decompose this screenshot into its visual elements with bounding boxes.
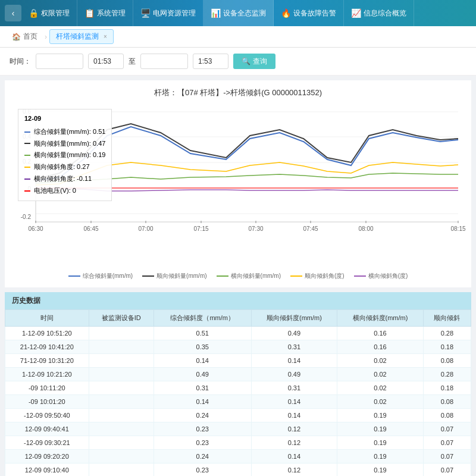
legend-dot-1	[24, 143, 30, 144]
table-cell-6-0: -12-09 09:50:40	[5, 409, 89, 422]
close-tab-button[interactable]: ×	[104, 33, 107, 40]
time-to-input[interactable]	[193, 54, 228, 69]
legend-label-0: 综合倾斜量(mm/m): 0.51	[34, 126, 105, 138]
table-cell-4-5: 0.18	[423, 381, 471, 395]
table-cell-5-0: -09 10:01:20	[5, 395, 89, 409]
nav-back-button[interactable]: ‹	[5, 5, 21, 21]
table-cell-1-1	[89, 340, 154, 354]
svg-text:08:15: 08:15	[450, 226, 465, 232]
search-button[interactable]: 🔍 查询	[233, 54, 275, 69]
table-cell-6-3: 0.14	[251, 409, 337, 422]
chart-section: 杆塔：【07# 杆塔】->杆塔倾斜(G 00000011352) 12-09 综…	[5, 80, 471, 287]
table-row: -09 10:01:200.140.140.020.08	[5, 395, 471, 409]
nav-label-fault: 设备故障告警	[293, 8, 336, 18]
table-row: -12-09 09:50:400.240.140.190.08	[5, 409, 471, 422]
info-icon: 📈	[351, 8, 361, 18]
svg-text:06:45: 06:45	[83, 226, 98, 232]
nav-item-info[interactable]: 📈 信息综合概览	[344, 0, 414, 26]
table-row: 12-09 09:10:400.230.120.190.07	[5, 464, 471, 477]
chart-title: 杆塔：【07# 杆塔】->杆塔倾斜(G 00000011352)	[12, 87, 464, 98]
table-cell-5-2: 0.14	[154, 395, 251, 409]
filter-bar: 时间： 至 🔍 查询	[0, 48, 476, 76]
table-cell-10-5: 0.07	[423, 464, 471, 477]
col-header-id: 被监测设备ID	[89, 310, 154, 327]
table-cell-4-2: 0.31	[154, 381, 251, 395]
nav-item-fault[interactable]: 🔥 设备故障告警	[274, 0, 344, 26]
table-cell-1-2: 0.35	[154, 340, 251, 354]
legend-item-0: 综合倾斜量(mm/m): 0.51	[24, 126, 105, 138]
legend-label-5: 电池电压(V): 0	[34, 185, 76, 197]
table-cell-2-0: 71-12-09 10:31:20	[5, 354, 89, 368]
home-icon: 🏠	[12, 33, 21, 41]
table-cell-0-2: 0.51	[154, 327, 251, 340]
legend-item-2: 横向倾斜量(mm/m): 0.19	[24, 149, 105, 161]
table-cell-3-4: 0.02	[337, 368, 424, 381]
table-cell-2-4: 0.02	[337, 354, 424, 368]
table-cell-5-5: 0.08	[423, 395, 471, 409]
table-cell-9-2: 0.24	[154, 450, 251, 464]
table-header-row: 时间 被监测设备ID 综合倾斜度（mm/m） 顺向倾斜度(mm/m) 横向倾斜度…	[5, 310, 471, 327]
chart-bottom-legend: 综合倾斜量(mm/m) 顺向倾斜量(mm/m) 横向倾斜量(mm/m) 顺向倾斜…	[12, 272, 464, 280]
legend-item-5: 电池电压(V): 0	[24, 185, 105, 197]
table-cell-4-4: 0.02	[337, 381, 424, 395]
table-cell-0-5: 0.28	[423, 327, 471, 340]
time-from-input[interactable]	[88, 54, 124, 69]
legend-dot-5	[24, 190, 30, 192]
legend-label-4: 横向倾斜角度: -0.11	[34, 173, 92, 185]
chart-wrapper: 12-09 综合倾斜量(mm/m): 0.51 顺向倾斜量(mm/m): 0.4…	[12, 103, 464, 270]
table-cell-6-4: 0.19	[337, 409, 424, 422]
nav-label-sys: 系统管理	[97, 8, 126, 18]
search-icon: 🔍	[242, 57, 250, 65]
device-icon: 📊	[211, 8, 221, 18]
data-section: 历史数据 时间 被监测设备ID 综合倾斜度（mm/m） 顺向倾斜度(mm/m) …	[5, 292, 471, 476]
table-cell-4-3: 0.31	[251, 381, 337, 395]
table-row: -12-09 09:30:210.230.120.190.07	[5, 436, 471, 450]
col-header-total: 综合倾斜度（mm/m）	[154, 310, 251, 327]
time-filter-label: 时间：	[10, 57, 31, 67]
table-cell-9-0: 12-09 09:20:20	[5, 450, 89, 464]
table-cell-6-5: 0.08	[423, 409, 471, 422]
table-cell-9-4: 0.19	[337, 450, 424, 464]
table-cell-6-2: 0.24	[154, 409, 251, 422]
table-cell-2-1	[89, 354, 154, 368]
nav-item-grid[interactable]: 🖥️ 电网资源管理	[133, 0, 203, 26]
separator-label: 至	[129, 57, 136, 67]
breadcrumb-home[interactable]: 🏠 首页	[7, 29, 42, 44]
nav-label-auth: 权限管理	[41, 8, 70, 18]
table-cell-10-1	[89, 464, 154, 477]
bottom-legend-line-4	[354, 275, 366, 277]
svg-text:08:00: 08:00	[358, 226, 373, 232]
table-cell-6-1	[89, 409, 154, 422]
legend-dot-0	[24, 131, 30, 133]
table-cell-7-2: 0.23	[154, 422, 251, 436]
sys-icon: 📋	[84, 8, 95, 18]
grid-icon: 🖥️	[140, 8, 151, 18]
table-cell-2-5: 0.08	[423, 354, 471, 368]
table-cell-3-3: 0.49	[251, 368, 337, 381]
fault-icon: 🔥	[281, 8, 291, 18]
breadcrumb-tab-label: 杆塔倾斜监测	[56, 32, 99, 42]
bottom-legend-label-0: 综合倾斜量(mm/m)	[83, 272, 133, 280]
svg-text:07:45: 07:45	[303, 226, 318, 232]
breadcrumb-current-tab[interactable]: 杆塔倾斜监测 ×	[49, 29, 114, 44]
bottom-legend-label-3: 顺向倾斜角(度)	[305, 272, 345, 280]
table-cell-10-4: 0.19	[337, 464, 424, 477]
legend-label-1: 顺向倾斜量(mm/m): 0.47	[34, 138, 105, 150]
date-from-input[interactable]	[36, 54, 83, 69]
nav-label-info: 信息综合概览	[364, 8, 406, 18]
nav-item-sys[interactable]: 📋 系统管理	[77, 0, 133, 26]
svg-text:06:30: 06:30	[28, 226, 43, 232]
table-cell-8-0: -12-09 09:30:21	[5, 436, 89, 450]
nav-item-device[interactable]: 📊 设备全态监测	[203, 0, 274, 26]
col-header-forward-angle: 顺向倾斜	[423, 310, 471, 327]
table-cell-0-3: 0.49	[251, 327, 337, 340]
table-row: 1-12-09 10:21:200.490.490.020.28	[5, 368, 471, 381]
table-row: 21-12-09 10:41:200.350.310.160.18	[5, 340, 471, 354]
table-cell-7-5: 0.07	[423, 422, 471, 436]
nav-item-auth[interactable]: 🔒 权限管理	[21, 0, 77, 26]
top-navigation: ‹ 🔒 权限管理 📋 系统管理 🖥️ 电网资源管理 📊 设备全态监测 🔥 设备故…	[0, 0, 476, 26]
date-to-input[interactable]	[140, 54, 188, 69]
table-cell-4-1	[89, 381, 154, 395]
auth-icon: 🔒	[29, 8, 39, 18]
legend-label-2: 横向倾斜量(mm/m): 0.19	[34, 149, 105, 161]
